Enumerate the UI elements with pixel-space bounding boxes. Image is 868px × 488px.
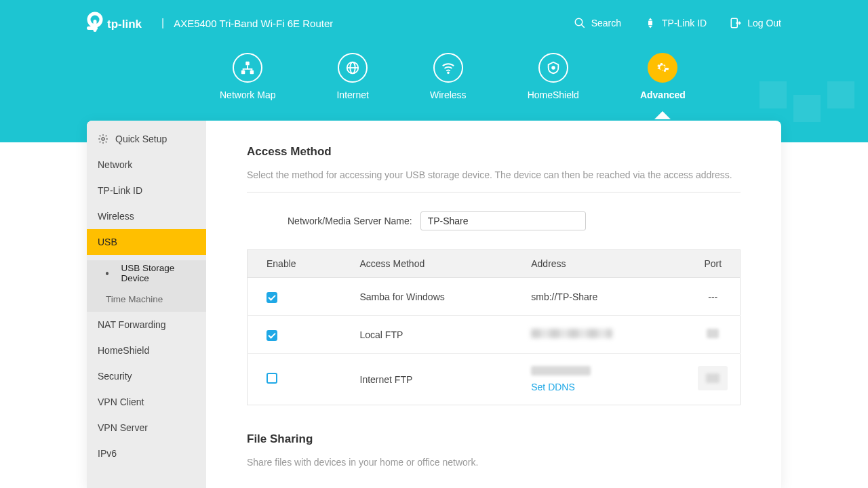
svg-marker-6 xyxy=(648,18,652,21)
svg-point-18 xyxy=(102,138,104,140)
nav-label: Wireless xyxy=(430,89,467,100)
svg-point-17 xyxy=(552,66,555,69)
server-name-input[interactable] xyxy=(420,211,586,230)
nav-network-map[interactable]: Network Map xyxy=(220,53,275,100)
port-cell-redacted xyxy=(686,316,741,354)
sidebar-item-usb[interactable]: USB xyxy=(87,229,206,255)
table-row: Samba for Windows smb://TP-Share --- xyxy=(248,278,741,316)
method-cell: Samba for Windows xyxy=(349,278,521,316)
method-cell: Local FTP xyxy=(349,316,521,354)
content-pane: Access Method Select the method for acce… xyxy=(206,121,781,488)
server-name-field: Network/Media Server Name: xyxy=(288,211,741,230)
homeshield-icon xyxy=(538,53,568,83)
section-desc-file-sharing: Share files with devices in your home or… xyxy=(247,455,741,470)
table-row: Local FTP xyxy=(248,316,741,354)
wireless-icon xyxy=(433,53,463,83)
sidebar: Quick Setup Network TP-Link ID Wireless … xyxy=(87,121,206,488)
sidebar-label: IPv6 xyxy=(98,448,117,459)
sidebar-item-vpn-client[interactable]: VPN Client xyxy=(87,389,206,415)
svg-rect-12 xyxy=(250,70,254,75)
brand-logo: tp-link xyxy=(87,11,152,35)
sidebar-item-usb-storage[interactable]: USB Storage Device xyxy=(87,260,206,286)
nav-wireless[interactable]: Wireless xyxy=(430,53,467,100)
svg-rect-1 xyxy=(94,20,97,32)
access-method-table: Enable Access Method Address Port Samba … xyxy=(247,249,741,405)
sidebar-usb-submenu: USB Storage Device Time Machine xyxy=(87,260,206,312)
address-cell: smb://TP-Share xyxy=(520,278,686,316)
tplink-id-label: TP-Link ID xyxy=(662,18,707,28)
sidebar-label: HomeShield xyxy=(98,345,149,356)
nav-label: HomeShield xyxy=(528,89,579,100)
svg-text:tp-link: tp-link xyxy=(107,18,142,30)
nav-label: Network Map xyxy=(220,89,275,100)
server-name-label: Network/Media Server Name: xyxy=(288,216,412,226)
enable-checkbox-samba[interactable] xyxy=(267,292,277,303)
section-title-file-sharing: File Sharing xyxy=(247,432,741,446)
sidebar-item-tplink-id[interactable]: TP-Link ID xyxy=(87,178,206,203)
address-cell-redacted: Set DDNS xyxy=(520,354,686,405)
col-address: Address xyxy=(520,250,686,278)
sidebar-label: VPN Client xyxy=(98,396,144,407)
search-label: Search xyxy=(591,18,621,28)
sidebar-label: TP-Link ID xyxy=(98,185,142,196)
sidebar-label: USB Storage Device xyxy=(121,263,195,283)
top-bar: tp-link | AXE5400 Tri-Band Wi-Fi 6E Rout… xyxy=(87,0,781,46)
sidebar-label: NAT Forwarding xyxy=(98,319,166,330)
sidebar-item-quick-setup[interactable]: Quick Setup xyxy=(87,126,206,152)
sidebar-item-nat[interactable]: NAT Forwarding xyxy=(87,312,206,338)
primary-nav: Network Map Internet Wireless HomeShield… xyxy=(87,53,781,100)
sidebar-label: VPN Server xyxy=(98,422,148,433)
internet-icon xyxy=(338,53,368,83)
table-row: Internet FTP Set DDNS xyxy=(248,354,741,405)
sidebar-label: Wireless xyxy=(98,211,134,222)
divider xyxy=(247,192,741,192)
sidebar-label: Security xyxy=(98,371,132,382)
set-ddns-link[interactable]: Set DDNS xyxy=(531,382,575,392)
col-method: Access Method xyxy=(349,250,521,278)
svg-point-4 xyxy=(575,18,583,26)
sidebar-label: Network xyxy=(98,159,132,170)
sidebar-item-time-machine[interactable]: Time Machine xyxy=(87,286,206,312)
section-desc-access-method: Select the method for accessing your USB… xyxy=(247,168,741,182)
sidebar-item-security[interactable]: Security xyxy=(87,363,206,389)
sidebar-item-wireless[interactable]: Wireless xyxy=(87,203,206,229)
nav-homeshield[interactable]: HomeShield xyxy=(528,53,579,100)
gear-icon xyxy=(98,134,108,144)
sidebar-item-network[interactable]: Network xyxy=(87,152,206,178)
col-enable: Enable xyxy=(248,250,349,278)
nav-internet[interactable]: Internet xyxy=(336,53,368,100)
network-map-icon xyxy=(233,53,262,83)
port-cell: --- xyxy=(686,278,741,316)
svg-rect-7 xyxy=(648,21,652,25)
port-cell-input[interactable] xyxy=(686,354,741,405)
main-card: Quick Setup Network TP-Link ID Wireless … xyxy=(87,121,781,488)
product-name: AXE5400 Tri-Band Wi-Fi 6E Router xyxy=(174,18,333,29)
col-port: Port xyxy=(686,250,741,278)
nav-label: Advanced xyxy=(640,89,686,100)
tplink-id-button[interactable]: TP-Link ID xyxy=(644,17,707,29)
tplink-id-icon xyxy=(644,17,656,29)
svg-rect-11 xyxy=(241,70,245,75)
svg-rect-10 xyxy=(245,62,250,66)
nav-advanced[interactable]: Advanced xyxy=(640,53,686,100)
nav-label: Internet xyxy=(336,89,368,100)
enable-checkbox-local-ftp[interactable] xyxy=(267,330,277,341)
sidebar-item-homeshield[interactable]: HomeShield xyxy=(87,338,206,363)
method-cell: Internet FTP xyxy=(349,354,521,405)
sidebar-item-vpn-server[interactable]: VPN Server xyxy=(87,415,206,441)
logout-button[interactable]: Log Out xyxy=(730,17,781,29)
section-title-access-method: Access Method xyxy=(247,145,741,159)
svg-marker-8 xyxy=(648,26,652,28)
advanced-icon xyxy=(648,53,677,83)
sidebar-item-ipv6[interactable]: IPv6 xyxy=(87,441,206,466)
svg-point-16 xyxy=(448,72,449,73)
enable-checkbox-internet-ftp[interactable] xyxy=(267,373,277,384)
sidebar-label: Time Machine xyxy=(106,294,163,304)
svg-rect-2 xyxy=(87,26,98,30)
sidebar-label: USB xyxy=(98,237,117,247)
logout-label: Log Out xyxy=(747,18,781,28)
address-cell-redacted xyxy=(520,316,686,354)
search-button[interactable]: Search xyxy=(574,17,621,29)
logout-icon xyxy=(730,17,742,29)
svg-line-5 xyxy=(581,24,585,28)
